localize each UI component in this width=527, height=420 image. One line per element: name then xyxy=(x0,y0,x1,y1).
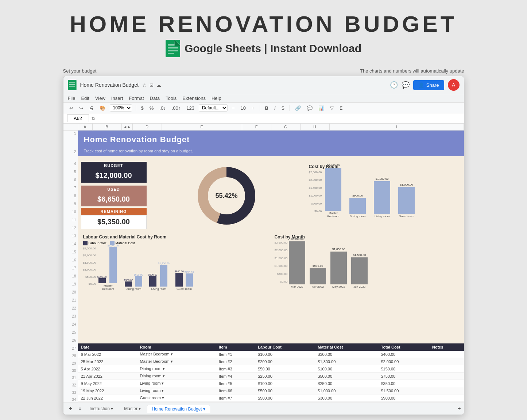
paint-format-button[interactable]: 🎨 xyxy=(98,105,107,112)
undo-button[interactable]: ↩ xyxy=(68,105,75,112)
menu-edit[interactable]: Edit xyxy=(81,95,89,102)
chat-icon[interactable]: 💬 xyxy=(402,81,410,89)
font-size-display: 10 xyxy=(239,105,247,112)
lg-master-material: $2,100.00 xyxy=(107,244,119,283)
menu-view[interactable]: View xyxy=(95,95,105,102)
tab-home-renovation[interactable]: Home Renovation Budget ▾ xyxy=(147,405,210,413)
table-row: 25 Mar 2022 Master Bedroom ▾ Item #2 $20… xyxy=(78,358,464,365)
menu-insert[interactable]: Insert xyxy=(111,95,123,102)
cell-total-3: $150.00 xyxy=(378,365,429,373)
rn-16: 16 xyxy=(63,255,78,263)
function-button[interactable]: Σ xyxy=(338,105,344,112)
table-section: 27 28 29 30 31 32 33 34 Date Room Item L… xyxy=(63,343,464,402)
bar-master: $2,400.00 Master Bedroom xyxy=(323,164,343,218)
lg-guest-bars: $800.00 $750.00 xyxy=(175,270,194,287)
y-500: $500.00 xyxy=(311,202,322,205)
svg-rect-4 xyxy=(168,53,174,54)
svg-rect-9 xyxy=(69,86,75,86)
cell-item-6: Item #6 xyxy=(216,387,255,394)
topbar-left: Home Renovation Budget ☆ ⊡ ☁ xyxy=(68,80,161,90)
my-1500: $1,500.00 xyxy=(275,257,288,260)
menu-format[interactable]: Format xyxy=(129,95,144,102)
font-size-minus[interactable]: − xyxy=(230,105,236,112)
bar-jun-label: Jun 2022 xyxy=(353,285,365,288)
dashboard-rows: 4 5 6 7 8 9 10 11 12 13 14 15 16 17 18 1… xyxy=(63,159,464,343)
col-a: A xyxy=(78,124,93,130)
toolbar-divider-2 xyxy=(260,105,260,111)
font-size-plus[interactable]: + xyxy=(250,105,256,112)
strikethrough-button[interactable]: S xyxy=(280,105,286,112)
page-title: HOME RENOVATION BUDGET xyxy=(70,11,457,37)
sheets-small-icon xyxy=(68,80,77,90)
decimal-down-button[interactable]: .0↓ xyxy=(158,105,167,112)
used-value: $6,650.00 xyxy=(81,193,147,206)
link-button[interactable]: 🔗 xyxy=(294,105,302,112)
folder-icon[interactable]: ⊡ xyxy=(150,82,154,88)
comment-button[interactable]: 💬 xyxy=(305,105,314,112)
menu-bar: File Edit View Insert Format Data Tools … xyxy=(63,94,464,103)
sheets-menu-button[interactable]: ≡ xyxy=(77,405,84,412)
used-card: USED $6,650.00 xyxy=(81,186,147,206)
cost-month-chart-area: $2,500.00 $2,000.00 $1,500.00 $1,000.00 … xyxy=(275,241,459,288)
rn-34: 34 xyxy=(63,395,78,402)
font-family-select[interactable]: Default... xyxy=(199,104,228,112)
tab-master[interactable]: Master ▾ xyxy=(119,404,146,413)
my-2500: $2,500.00 xyxy=(275,241,288,244)
bar-jun-bar xyxy=(351,257,368,284)
lg-master-material-bar xyxy=(109,247,117,283)
share-label: Share xyxy=(426,82,439,88)
topbar-icons: ☆ ⊡ ☁ xyxy=(142,82,161,88)
table-row: 21 Apr 2022 Dining room ▾ Item #4 $250.0… xyxy=(78,373,464,380)
menu-extensions[interactable]: Extensions xyxy=(182,95,206,102)
lg-dining-labour: $300.00 xyxy=(124,279,133,287)
lg-guest-label: Guest room xyxy=(175,287,193,291)
print-button[interactable]: 🖨 xyxy=(88,105,95,112)
123-button[interactable]: 123 xyxy=(185,105,196,112)
col-i: I xyxy=(330,124,464,130)
currency-button[interactable]: $ xyxy=(140,105,145,112)
budget-label: BUDGET xyxy=(81,162,147,169)
cell-total-2: $2,000.00 xyxy=(378,358,429,365)
star-icon[interactable]: ☆ xyxy=(142,82,147,88)
ly-1000: $1,000.00 xyxy=(83,268,96,271)
tab-instruction[interactable]: Instruction ▾ xyxy=(85,404,118,413)
bar-jun-value: $1,500.00 xyxy=(353,253,366,257)
filter-button[interactable]: ▽ xyxy=(329,105,335,112)
cloud-icon[interactable]: ☁ xyxy=(156,82,161,88)
add-sheet-right-button[interactable]: + xyxy=(457,405,461,412)
bar-guest: $1,500.00 Guest room xyxy=(396,183,416,218)
add-sheet-button[interactable]: + xyxy=(66,404,75,413)
bar-jun: $1,500.00 Jun 2022 xyxy=(351,253,368,288)
history-icon[interactable]: 🕐 xyxy=(390,81,398,89)
rn-20: 20 xyxy=(63,287,78,295)
italic-button[interactable]: I xyxy=(273,105,277,112)
share-button[interactable]: 👤 Share xyxy=(413,80,444,90)
table-row-numbers: 27 28 29 30 31 32 33 34 xyxy=(63,343,78,402)
menu-help[interactable]: Help xyxy=(212,95,221,102)
chart-button[interactable]: 📊 xyxy=(317,105,326,112)
bold-button[interactable]: B xyxy=(264,105,270,112)
donut-panel: 55.42% xyxy=(150,162,304,229)
fx-label: fx xyxy=(92,116,96,121)
cell-notes-6 xyxy=(429,387,464,394)
menu-data[interactable]: Data xyxy=(150,95,160,102)
cell-labour-1: $100.00 xyxy=(255,351,315,358)
page-subtitle: Google Sheets | Instant Download xyxy=(166,40,361,57)
zoom-select[interactable]: 100% xyxy=(110,104,132,112)
cell-date-5: 9 May 2022 xyxy=(78,380,137,387)
cell-labour-5: $100.00 xyxy=(255,380,315,387)
decimal-up-button[interactable]: .00↑ xyxy=(170,105,182,112)
lg-master-bars: $300.00 $2,100.00 xyxy=(97,244,119,283)
bar-living-bar xyxy=(374,181,390,214)
menu-tools[interactable]: Tools xyxy=(166,95,177,102)
bar-mar: $2,400.00 Mar 2022 xyxy=(289,237,305,288)
cell-room-7: Guest room ▾ xyxy=(137,394,216,402)
cell-notes-4 xyxy=(429,373,464,380)
redo-button[interactable]: ↪ xyxy=(78,105,85,112)
menu-file[interactable]: File xyxy=(68,95,75,102)
column-headers: A B ◄► D E F G H I xyxy=(63,124,464,131)
percent-button[interactable]: % xyxy=(148,105,155,112)
lg-dining-material: $600.00 xyxy=(134,273,143,287)
formula-input[interactable] xyxy=(98,116,460,121)
cell-reference[interactable]: A62 xyxy=(67,114,89,122)
